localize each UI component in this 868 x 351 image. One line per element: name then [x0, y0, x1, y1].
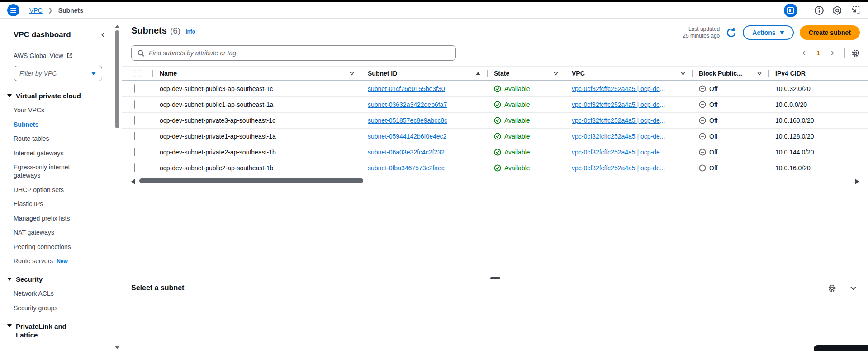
row-checkbox[interactable]: [134, 84, 135, 93]
vpc-link[interactable]: vpc-0cf32fcffc252a4a5 | ocp-de: [572, 133, 660, 140]
section-privatelink-and-lattice[interactable]: PrivateLink and Lattice: [7, 322, 106, 339]
row-checkbox[interactable]: [134, 132, 135, 140]
table-row: ocp-dev-subnet-public3-ap-southeast-1c s…: [122, 81, 868, 97]
subnet-name: ocp-dev-subnet-public2-ap-southeast-1b: [153, 164, 361, 172]
sidebar-scrollbar-thumb[interactable]: [115, 30, 119, 128]
section-expand-icon: [7, 324, 12, 327]
previous-page-button[interactable]: [798, 48, 810, 58]
sidebar-item-security-groups[interactable]: Security groups: [14, 304, 86, 312]
subnet-id-link[interactable]: subnet-01cf76e0155be3f30: [368, 85, 445, 92]
ipv4-cidr: 10.0.160.0/20: [768, 117, 859, 124]
off-status-icon: [699, 117, 706, 124]
column-header-ipv4-cidr[interactable]: IPv4 CIDR: [768, 67, 859, 80]
sidebar-item-peering-connections[interactable]: Peering connections: [14, 243, 86, 251]
vpc-link[interactable]: vpc-0cf32fcffc252a4a5 | ocp-de: [572, 149, 660, 156]
vpc-link[interactable]: vpc-0cf32fcffc252a4a5 | ocp-de: [572, 101, 660, 108]
breadcrumb-vpc-link[interactable]: VPC: [29, 7, 43, 14]
breadcrumb-current: Subnets: [58, 7, 83, 14]
available-status-icon: [494, 101, 501, 108]
split-panel-icon: [787, 7, 794, 14]
section-security[interactable]: Security: [7, 275, 106, 283]
row-checkbox[interactable]: [134, 116, 135, 125]
column-header-name[interactable]: Name: [153, 67, 361, 80]
subnet-id-link[interactable]: subnet-0fba3467573c2faec: [368, 164, 445, 172]
subnet-id-link[interactable]: subnet-03632a3422deb6fa7: [368, 101, 447, 108]
sidebar-item-nat-gateways[interactable]: NAT gateways: [14, 228, 86, 236]
scroll-down-icon[interactable]: [115, 346, 119, 349]
sidebar-item-network-acls[interactable]: Network ACLs: [14, 289, 86, 298]
sort-icon: [553, 71, 559, 76]
actions-button[interactable]: Actions: [743, 25, 793, 40]
amazon-q-icon: [832, 5, 842, 15]
horizontal-scrollbar-thumb[interactable]: [139, 178, 363, 183]
split-panel-collapse-button[interactable]: [849, 284, 857, 292]
create-subnet-button[interactable]: Create subnet: [800, 25, 860, 40]
subnet-id-link[interactable]: subnet-051857ec8e9abcc8c: [368, 117, 447, 124]
select-all-checkbox[interactable]: [134, 70, 141, 77]
subnet-name: ocp-dev-subnet-private1-ap-southeast-1a: [153, 133, 361, 140]
row-checkbox[interactable]: [134, 100, 135, 109]
sidebar-item-route-servers[interactable]: Route serversNew: [14, 257, 106, 265]
current-page[interactable]: 1: [813, 49, 824, 57]
gear-icon: [828, 284, 836, 293]
sidebar-item-subnets[interactable]: Subnets: [14, 120, 86, 129]
vpc-link[interactable]: vpc-0cf32fcffc252a4a5 | ocp-de: [572, 85, 660, 92]
search-box[interactable]: [131, 45, 456, 61]
info-icon: [814, 5, 824, 15]
sidebar-item-your-vpcs[interactable]: Your VPCs: [14, 106, 86, 114]
services-menu-button[interactable]: [7, 4, 19, 16]
vpc-link[interactable]: vpc-0cf32fcffc252a4a5 | ocp-de: [572, 117, 660, 124]
scroll-left-icon[interactable]: [131, 179, 135, 184]
available-status-icon: [494, 85, 501, 92]
pager-divider: [844, 48, 845, 58]
aws-global-view-link[interactable]: AWS Global View: [14, 52, 106, 59]
block-public-text: Off: [709, 85, 717, 92]
column-header-state[interactable]: State: [487, 67, 565, 80]
split-panel-toggle-button[interactable]: [784, 4, 797, 17]
column-header-subnet-id[interactable]: Subnet ID: [361, 67, 487, 80]
table-preferences-button[interactable]: [851, 49, 860, 58]
scroll-up-icon[interactable]: [115, 25, 119, 28]
section-virtual-private-cloud[interactable]: Virtual private cloud: [7, 92, 106, 100]
corner-popup-partial: [814, 345, 868, 351]
sort-icon: [757, 71, 762, 76]
off-status-icon: [699, 164, 706, 172]
subnet-name: ocp-dev-subnet-public3-ap-southeast-1c: [153, 85, 361, 92]
sidebar-item-dhcp-option-sets[interactable]: DHCP option sets: [14, 186, 86, 194]
refresh-button[interactable]: [726, 27, 737, 38]
state-text: Available: [504, 85, 530, 92]
next-page-button[interactable]: [826, 48, 838, 58]
vpc-link[interactable]: vpc-0cf32fcffc252a4a5 | ocp-de: [572, 164, 660, 172]
off-status-icon: [699, 149, 706, 156]
sort-icon: [680, 71, 686, 76]
block-public-text: Off: [709, 117, 717, 124]
state-text: Available: [504, 101, 530, 108]
sort-icon: [349, 71, 355, 76]
scroll-right-icon[interactable]: [855, 179, 859, 184]
search-input[interactable]: [149, 49, 450, 57]
sidebar-item-egress-only-internet-gateways[interactable]: Egress-only internet gateways: [14, 163, 86, 179]
column-header-block-public[interactable]: Block Public...: [692, 67, 768, 80]
sidebar-item-route-tables[interactable]: Route tables: [14, 135, 86, 143]
subnet-id-link[interactable]: subnet-05944142b6f0e4ec2: [368, 133, 446, 140]
sidebar-scrollbar[interactable]: [114, 22, 120, 350]
sidebar-item-elastic-ips[interactable]: Elastic IPs: [14, 200, 86, 208]
sidebar-collapse-icon[interactable]: [100, 32, 106, 38]
block-public-text: Off: [709, 149, 717, 156]
split-panel-drag-handle[interactable]: [490, 277, 500, 279]
filter-by-vpc-select[interactable]: Filter by VPC: [14, 66, 102, 81]
sidebar-item-managed-prefix-lists[interactable]: Managed prefix lists: [14, 214, 86, 222]
row-checkbox[interactable]: [134, 148, 135, 156]
amazon-q-button[interactable]: [832, 5, 842, 15]
info-button[interactable]: [814, 5, 824, 15]
pagination: 1: [798, 48, 860, 58]
subnet-id-link[interactable]: subnet-06a03e32fc4c2f232: [368, 149, 445, 156]
split-panel-preferences-button[interactable]: [828, 284, 836, 293]
vpc-nav-list: Your VPCs Subnets Route tables Internet …: [14, 106, 106, 265]
row-checkbox[interactable]: [134, 163, 135, 172]
sidebar-item-internet-gateways[interactable]: Internet gateways: [14, 149, 86, 157]
info-link[interactable]: Info: [185, 29, 195, 35]
cloudshell-button[interactable]: [850, 5, 861, 15]
subnet-name: ocp-dev-subnet-private2-ap-southeast-1b: [153, 149, 361, 156]
column-header-vpc[interactable]: VPC: [565, 67, 692, 80]
